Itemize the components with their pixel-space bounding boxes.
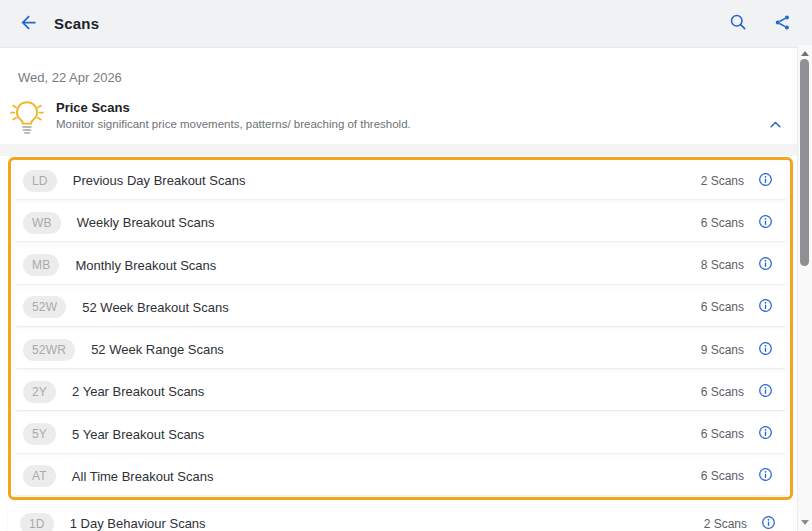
section-title: Price Scans: [56, 100, 130, 115]
info-circle-icon: [758, 467, 773, 485]
main-content: Wed, 22 Apr 2026 Price S: [0, 48, 797, 531]
scan-list-item[interactable]: 52WR 52 Week Range Scans 9 Scans: [15, 331, 786, 368]
scan-list-item[interactable]: MB Monthly Breakout Scans 8 Scans: [15, 247, 786, 284]
scan-label: Monthly Breakout Scans: [75, 258, 700, 273]
info-circle-icon: [758, 383, 773, 401]
scan-badge: 52W: [23, 296, 66, 318]
info-circle-icon: [758, 256, 773, 274]
scan-count: 6 Scans: [701, 300, 744, 314]
back-arrow-icon: [18, 12, 39, 36]
scan-label: 52 Week Range Scans: [91, 342, 701, 357]
search-icon: [728, 12, 748, 35]
info-circle-icon: [758, 298, 773, 316]
scrollbar-up-arrow[interactable]: [801, 51, 809, 56]
share-icon: [773, 13, 792, 35]
scan-label: 52 Week Breakout Scans: [82, 300, 700, 315]
scan-label: All Time Breakout Scans: [72, 469, 701, 484]
scan-badge: 5Y: [23, 423, 56, 445]
scan-badge: AT: [23, 465, 56, 487]
scan-count: 6 Scans: [701, 216, 744, 230]
info-circle-icon: [758, 214, 773, 232]
date-label: Wed, 22 Apr 2026: [18, 70, 122, 85]
scan-count: 6 Scans: [701, 469, 744, 483]
scrollbar[interactable]: [797, 45, 812, 531]
scan-badge: MB: [23, 254, 59, 276]
section-description: Monitor significant price movements, pat…: [56, 118, 411, 130]
scan-count: 2 Scans: [701, 174, 744, 188]
scan-badge: LD: [23, 170, 57, 192]
scan-label: 1 Day Behaviour Scans: [70, 516, 704, 531]
search-button[interactable]: [720, 6, 756, 42]
info-button[interactable]: [756, 214, 774, 232]
scan-label: 2 Year Breakout Scans: [72, 384, 701, 399]
highlighted-scan-list: LD Previous Day Breakout Scans 2 Scans W…: [8, 157, 793, 500]
scrollbar-down-arrow[interactable]: [801, 520, 809, 525]
share-button[interactable]: [764, 6, 800, 42]
info-button[interactable]: [756, 298, 774, 316]
scan-label: 5 Year Breakout Scans: [72, 427, 701, 442]
scan-list-item[interactable]: 52W 52 Week Breakout Scans 6 Scans: [15, 289, 786, 326]
scan-list-item[interactable]: WB Weekly Breakout Scans 6 Scans: [15, 204, 786, 241]
page-title: Scans: [54, 15, 99, 32]
back-button[interactable]: [10, 6, 46, 42]
info-circle-icon: [758, 425, 773, 443]
info-button[interactable]: [756, 425, 774, 443]
scan-label: Previous Day Breakout Scans: [73, 173, 701, 188]
scan-badge: WB: [23, 212, 61, 234]
info-circle-icon: [758, 341, 773, 359]
info-button[interactable]: [756, 383, 774, 401]
scan-badge: 52WR: [23, 339, 75, 361]
scan-count: 6 Scans: [701, 385, 744, 399]
info-circle-icon: [758, 172, 773, 190]
info-circle-icon: [761, 515, 776, 531]
scan-list-item[interactable]: LD Previous Day Breakout Scans 2 Scans: [15, 162, 786, 199]
info-button[interactable]: [756, 172, 774, 190]
scan-list-item[interactable]: 5Y 5 Year Breakout Scans 6 Scans: [15, 416, 786, 453]
info-button[interactable]: [756, 467, 774, 485]
app-header: Scans: [0, 0, 812, 48]
next-scan-group: 1D 1 Day Behaviour Scans 2 Scans: [8, 505, 793, 531]
scan-count: 6 Scans: [701, 427, 744, 441]
scan-list-item[interactable]: 1D 1 Day Behaviour Scans 2 Scans: [8, 505, 793, 531]
scan-count: 9 Scans: [701, 343, 744, 357]
scan-list-item[interactable]: AT All Time Breakout Scans 6 Scans: [15, 458, 786, 495]
scan-badge: 1D: [20, 513, 54, 531]
chevron-up-icon: [768, 118, 783, 133]
info-button[interactable]: [756, 341, 774, 359]
info-button[interactable]: [759, 515, 777, 531]
lightbulb-icon: [8, 96, 46, 142]
price-scans-section-header: Price Scans Monitor significant price mo…: [0, 94, 797, 144]
scan-label: Weekly Breakout Scans: [77, 215, 701, 230]
scrollbar-thumb[interactable]: [800, 59, 809, 266]
collapse-button[interactable]: [762, 114, 788, 136]
scan-count: 2 Scans: [704, 517, 747, 531]
scan-list-item[interactable]: 2Y 2 Year Breakout Scans 6 Scans: [15, 373, 786, 410]
scan-count: 8 Scans: [701, 258, 744, 272]
scan-badge: 2Y: [23, 381, 56, 403]
section-divider: [0, 144, 797, 156]
info-button[interactable]: [756, 256, 774, 274]
